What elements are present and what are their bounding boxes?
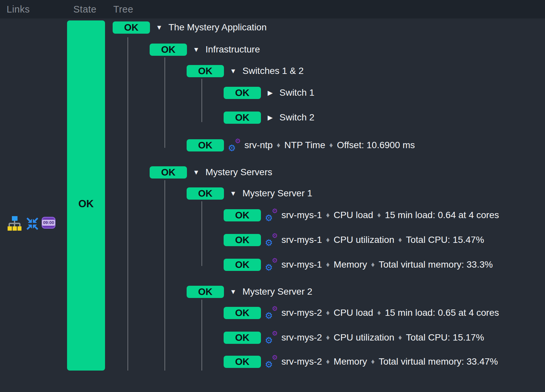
host-link[interactable]: srv-mys-1 [281, 210, 322, 220]
tree-row: OK⚙⚙srv-mys-1♦Memory♦Total virtual memor… [224, 258, 493, 271]
tree-connector-line [201, 79, 202, 122]
state-badge: OK [187, 65, 224, 77]
service-detail: Total virtual memory: 33.3% [379, 259, 492, 270]
node-title[interactable]: Infrastructure [205, 44, 260, 55]
node-title[interactable]: Switch 1 [279, 87, 314, 98]
gear-icon: ⚙ [228, 144, 236, 153]
service-detail: Total CPU: 15.47% [406, 235, 484, 245]
host-link[interactable]: srv-ntp [244, 140, 273, 150]
service-detail: Total CPU: 15.17% [406, 332, 484, 343]
service-link[interactable]: Memory [334, 259, 367, 270]
gear-icon: ⚙ [265, 239, 273, 247]
node-title[interactable]: Mystery Server 2 [242, 286, 312, 297]
service-gears-icon: ⚙⚙ [266, 332, 277, 343]
tree-row: OK⚙⚙srv-ntp♦NTP Time♦Offset: 10.6900 ms [187, 139, 415, 151]
tree-row: OK▶Switch 1 [224, 86, 314, 99]
tree-connector-line [164, 57, 165, 148]
node-title[interactable]: Mystery Server 1 [242, 188, 312, 199]
separator-diamond-icon: ♦ [329, 141, 333, 149]
state-badge: OK [224, 209, 261, 221]
state-badge: OK [224, 259, 261, 271]
tree-row: OK▼The Mystery Application [113, 21, 267, 34]
state-badge: OK [224, 112, 261, 124]
separator-diamond-icon: ♦ [371, 357, 375, 366]
separator-diamond-icon: ♦ [377, 211, 381, 219]
service-link[interactable]: Memory [334, 356, 367, 367]
gear-icon: ⚙ [265, 214, 273, 223]
state-badge: OK [187, 187, 224, 200]
service-link[interactable]: CPU load [334, 210, 373, 220]
collapse-triangle-icon[interactable]: ▼ [192, 46, 201, 53]
tree-row: OK▶Switch 2 [224, 111, 314, 124]
host-link[interactable]: srv-mys-2 [281, 356, 322, 367]
gear-icon: ⚙ [272, 232, 278, 239]
service-detail: 15 min load: 0.65 at 4 cores [385, 308, 499, 318]
tree-connector-line [201, 201, 202, 266]
tree-connector-line [164, 180, 165, 371]
service-link[interactable]: CPU utilization [334, 235, 394, 245]
collapse-triangle-icon[interactable]: ▼ [229, 190, 238, 197]
collapse-triangle-icon[interactable]: ▼ [155, 24, 164, 31]
node-title[interactable]: The Mystery Application [168, 22, 267, 33]
collapse-triangle-icon[interactable]: ▼ [229, 67, 238, 75]
node-title[interactable]: Switch 2 [279, 112, 314, 123]
tree-row: OK⚙⚙srv-mys-2♦Memory♦Total virtual memor… [224, 355, 498, 368]
separator-diamond-icon: ♦ [377, 309, 381, 317]
gear-icon: ⚙ [272, 330, 278, 337]
state-badge: OK [187, 139, 224, 151]
state-badge: OK [224, 332, 261, 344]
gear-icon: ⚙ [265, 360, 273, 369]
state-badge: OK [224, 307, 261, 319]
service-detail: Offset: 10.6900 ms [337, 140, 415, 150]
node-title[interactable]: Mystery Servers [205, 167, 272, 178]
expand-triangle-icon[interactable]: ▶ [266, 114, 275, 121]
host-link[interactable]: srv-mys-2 [281, 332, 322, 343]
tree-row: OK▼Mystery Servers [150, 166, 272, 179]
separator-diamond-icon: ♦ [371, 260, 375, 269]
separator-diamond-icon: ♦ [277, 141, 280, 149]
separator-diamond-icon: ♦ [326, 309, 330, 317]
state-badge: OK [150, 44, 187, 56]
gear-icon: ⚙ [235, 138, 241, 144]
tree-row: OK⚙⚙srv-mys-2♦CPU utilization♦Total CPU:… [224, 331, 484, 344]
tree-connector-line [201, 300, 202, 371]
separator-diamond-icon: ♦ [326, 357, 330, 366]
state-badge: OK [224, 356, 261, 368]
gear-icon: ⚙ [265, 311, 273, 320]
separator-diamond-icon: ♦ [326, 211, 330, 219]
gear-icon: ⚙ [272, 354, 278, 361]
separator-diamond-icon: ♦ [398, 333, 402, 342]
host-link[interactable]: srv-mys-1 [281, 235, 322, 245]
host-link[interactable]: srv-mys-2 [281, 308, 322, 318]
state-badge: OK [224, 234, 261, 246]
service-gears-icon: ⚙⚙ [266, 356, 277, 368]
tree-row: OK▼Mystery Server 1 [187, 187, 312, 200]
gear-icon: ⚙ [265, 263, 273, 272]
service-link[interactable]: CPU load [334, 308, 373, 318]
tree-connector-line [127, 37, 128, 371]
state-badge: OK [150, 166, 187, 179]
expand-triangle-icon[interactable]: ▶ [266, 89, 275, 97]
service-gears-icon: ⚙⚙ [266, 259, 277, 271]
collapse-triangle-icon[interactable]: ▼ [192, 169, 201, 176]
service-link[interactable]: CPU utilization [334, 332, 394, 343]
separator-diamond-icon: ♦ [398, 236, 402, 244]
tree-row: OK▼Infrastructure [150, 43, 260, 56]
gear-icon: ⚙ [272, 305, 278, 312]
service-gears-icon: ⚙⚙ [266, 307, 277, 319]
service-detail: 15 min load: 0.64 at 4 cores [385, 210, 499, 220]
gear-icon: ⚙ [272, 208, 278, 214]
separator-diamond-icon: ♦ [326, 333, 330, 342]
separator-diamond-icon: ♦ [326, 236, 330, 244]
tree-row: OK▼Mystery Server 2 [187, 285, 312, 298]
service-detail: Total virtual memory: 33.47% [379, 356, 498, 367]
state-badge: OK [224, 87, 261, 99]
state-badge: OK [187, 286, 224, 298]
service-gears-icon: ⚙⚙ [266, 209, 277, 221]
node-title[interactable]: Switches 1 & 2 [242, 66, 304, 76]
service-link[interactable]: NTP Time [284, 140, 325, 150]
host-link[interactable]: srv-mys-1 [281, 259, 322, 270]
service-gears-icon: ⚙⚙ [229, 139, 240, 151]
collapse-triangle-icon[interactable]: ▼ [229, 288, 238, 296]
bi-tree: OK▼The Mystery ApplicationOK▼Infrastruct… [0, 0, 545, 392]
